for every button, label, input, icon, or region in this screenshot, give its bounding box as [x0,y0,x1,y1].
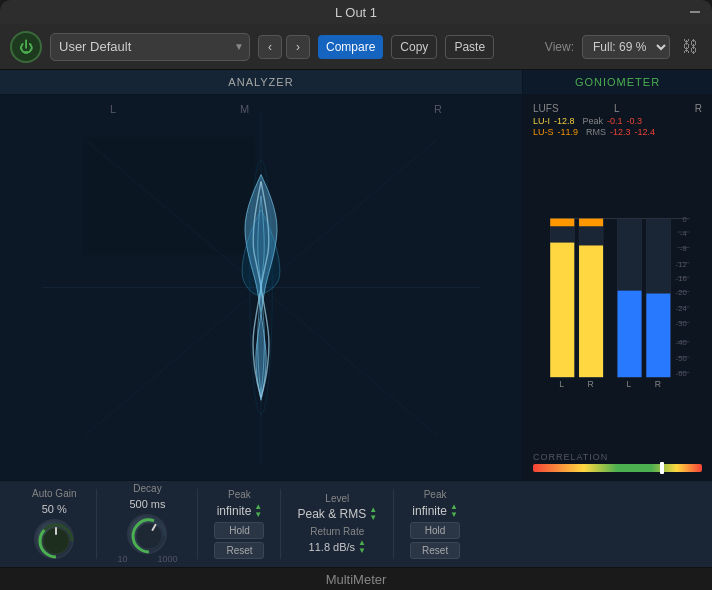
divider-2 [197,489,198,559]
analyzer-tab[interactable]: ANALYZER [0,70,522,95]
lufs-section: LUFS L R LU-I -12.8 Peak -0.1 -0.3 LU-S … [527,99,708,141]
correlation-section: CORRELATION [527,450,708,476]
divider-1 [96,489,97,559]
peak2-value-row: infinite ▲▼ [412,503,458,519]
svg-text:L: L [559,379,564,389]
svg-text:-16: -16 [676,274,687,283]
svg-point-48 [136,523,162,549]
svg-rect-34 [579,245,603,377]
svg-text:-60: -60 [676,369,687,378]
goniometer-content: LUFS L R LU-I -12.8 Peak -0.1 -0.3 LU-S … [523,95,712,480]
copy-button[interactable]: Copy [391,35,437,59]
peak1-label: Peak [228,489,251,500]
divider-4 [393,489,394,559]
goniometer-tab[interactable]: GONIOMETER [523,70,712,95]
svg-rect-33 [550,218,574,226]
peak2-arrows-icon: ▲▼ [450,503,458,519]
axis-label-r: R [434,103,442,115]
peak1-hold-button[interactable]: Hold [214,522,264,539]
meter-area: 0 -4 -8 -12 -16 -20 -24 -30 -40 -50 -60 [527,141,708,450]
lufs-i-row: LU-I -12.8 Peak -0.1 -0.3 [533,116,702,126]
level-value: Peak & RMS [297,507,366,521]
peak1-value-row: infinite ▲▼ [217,503,263,519]
lufs-header-l: L [614,103,620,114]
decay-knob-svg [129,516,169,556]
auto-gain-knob-svg [36,521,76,561]
decay-group: Decay 500 ms 10 1000 [101,483,193,564]
svg-rect-36 [618,291,642,378]
decay-min-label: 10 [117,554,127,564]
peak-label: Peak [583,116,604,126]
correlation-label: CORRELATION [533,452,702,462]
lufs-s-row: LU-S -11.9 RMS -12.3 -12.4 [533,127,702,137]
level-label: Level [325,493,349,504]
rms-label: RMS [586,127,606,137]
level-arrows-icon: ▲▼ [369,506,377,522]
peak2-reset-button[interactable]: Reset [410,542,460,559]
peak1-reset-button[interactable]: Reset [214,542,264,559]
svg-rect-32 [550,242,574,377]
toolbar: ⏻ User Default ▼ ‹ › Compare Copy Paste … [0,24,712,69]
decay-value: 500 ms [129,498,165,510]
return-rate-label: Return Rate [310,526,364,537]
svg-text:-8: -8 [680,244,687,253]
lufs-header: LUFS L R [533,103,702,114]
decay-label: Decay [133,483,161,494]
lufs-header-label: LUFS [533,103,559,114]
compare-button[interactable]: Compare [318,35,383,59]
svg-text:-12: -12 [676,260,687,269]
svg-text:0: 0 [682,215,686,224]
peak1-group: Peak infinite ▲▼ Hold Reset [202,489,276,559]
peak2-hold-button[interactable]: Hold [410,522,460,539]
meter-svg: 0 -4 -8 -12 -16 -20 -24 -30 -40 -50 -60 [531,143,704,448]
peak2-group: Peak infinite ▲▼ Hold Reset [398,489,472,559]
peak1-value: infinite [217,504,252,518]
footer-title: MultiMeter [326,572,387,587]
view-label: View: [545,40,574,54]
auto-gain-knob[interactable] [34,519,74,559]
rms-r-value: -12.4 [635,127,656,137]
svg-text:R: R [587,379,593,389]
svg-text:-20: -20 [676,288,687,297]
peak2-value: infinite [412,504,447,518]
axis-label-l: L [110,103,116,115]
analyzer-panel: ANALYZER L M R [0,70,522,480]
return-rate-arrows-icon: ▲▼ [358,539,366,555]
correlation-bar [533,464,702,472]
preset-wrapper: User Default ▼ [50,33,250,61]
nav-back-button[interactable]: ‹ [258,35,282,59]
nav-forward-button[interactable]: › [286,35,310,59]
main-content: ANALYZER L M R [0,70,712,480]
analyzer-canvas: L M R [0,95,522,480]
level-value-row: Peak & RMS ▲▼ [297,506,377,522]
luf-i-value: -12.8 [554,116,575,126]
auto-gain-group: Auto Gain 50 % [16,488,92,559]
svg-rect-37 [646,293,670,377]
svg-text:-4: -4 [680,229,688,238]
goniometer-panel: GONIOMETER LUFS L R LU-I -12.8 Peak -0.1… [522,70,712,480]
window-title: L Out 1 [335,5,377,20]
power-button[interactable]: ⏻ [10,31,42,63]
return-rate-value: 11.8 dB/s [309,541,355,553]
svg-text:-40: -40 [676,338,687,347]
svg-text:-24: -24 [676,304,688,313]
peak-l-value: -0.1 [607,116,623,126]
luf-s-value: -11.9 [558,127,579,137]
svg-rect-35 [579,218,603,226]
link-icon[interactable]: ⛓ [678,36,702,58]
nav-group: ‹ › [258,35,310,59]
title-bar: L Out 1 [0,0,712,24]
lufs-header-r: R [695,103,702,114]
paste-button[interactable]: Paste [445,35,494,59]
preset-dropdown[interactable]: User Default [50,33,250,61]
svg-text:-30: -30 [676,319,687,328]
view-dropdown[interactable]: Full: 69 % [582,35,670,59]
luf-i-label: LU-I [533,116,550,126]
return-rate-value-row: 11.8 dB/s ▲▼ [309,539,366,555]
window-minimize-icon[interactable] [690,11,700,13]
decay-knob[interactable] [127,514,167,554]
peak1-arrows-icon: ▲▼ [254,503,262,519]
svg-text:R: R [655,379,661,389]
peak-r-value: -0.3 [627,116,643,126]
footer: MultiMeter [0,567,712,590]
